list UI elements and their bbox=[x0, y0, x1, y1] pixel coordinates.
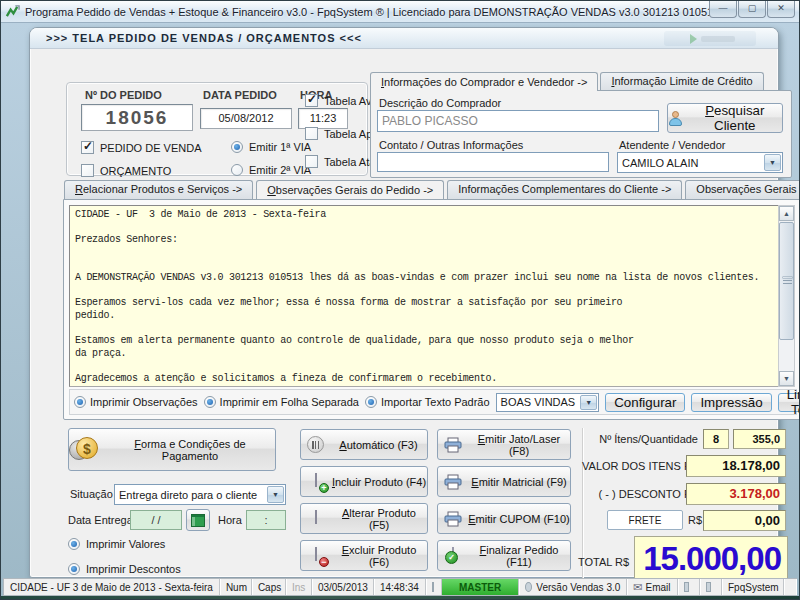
desconto-label: ( - ) DESCONTO R$ bbox=[570, 488, 698, 500]
salesperson-combobox[interactable]: CAMILO ALAIN ▼ bbox=[617, 152, 783, 173]
checkbox-orcamento[interactable]: ORÇAMENTO bbox=[81, 164, 171, 177]
delivery-date-field[interactable]: / / bbox=[130, 510, 182, 530]
minimize-button[interactable]: — bbox=[709, 1, 737, 18]
status-city-date: CIDADE - UF 3 de Maio de 2013 - Sexta-fe… bbox=[4, 579, 220, 595]
checkbox-icon bbox=[305, 155, 318, 168]
chevron-down-icon: ▼ bbox=[267, 486, 284, 503]
app-icon bbox=[5, 4, 20, 19]
emitir-matricial-button[interactable]: Emitir Matricial (F9) bbox=[437, 466, 571, 497]
network-mini-icon bbox=[706, 582, 711, 592]
contact-field[interactable] bbox=[377, 152, 609, 172]
calendar-icon bbox=[191, 514, 205, 527]
radio-icon bbox=[68, 538, 80, 550]
scroll-down-button[interactable]: ▼ bbox=[779, 371, 794, 386]
radio-icon bbox=[231, 164, 243, 176]
scroll-up-button[interactable]: ▲ bbox=[779, 206, 794, 221]
tab-observacoes-pedido[interactable]: Observações Gerais do Pedido -> bbox=[256, 180, 444, 199]
radio-icon bbox=[74, 396, 86, 408]
printer-mini-icon bbox=[684, 582, 689, 592]
delivery-hour-field[interactable]: : bbox=[246, 510, 286, 530]
order-date-field[interactable]: 05/08/2012 bbox=[200, 108, 292, 129]
limpar-texto-button[interactable]: Limpar Texto bbox=[778, 393, 800, 412]
frete-button[interactable]: FRETE bbox=[607, 510, 683, 530]
chevron-down-icon: ▼ bbox=[764, 154, 781, 171]
tab-relacionar-produtos[interactable]: Relacionar Produtos e Serviços -> bbox=[64, 180, 253, 199]
radio-imprimir-observacoes[interactable]: Imprimir Observações bbox=[74, 396, 198, 408]
tab-informacoes-complementares[interactable]: Informações Complementares do Cliente -> bbox=[447, 180, 682, 199]
radio-imprimir-folha-separada[interactable]: Imprimir em Folha Separada bbox=[204, 396, 359, 408]
vertical-scrollbar[interactable]: ▲ ▼ bbox=[778, 205, 795, 387]
situacao-combobox[interactable]: Entrega direto para o cliente ▼ bbox=[114, 484, 286, 505]
order-number-field[interactable]: 18056 bbox=[81, 104, 193, 131]
radio-importar-texto-padrao[interactable]: Importar Texto Padrão bbox=[365, 396, 490, 408]
frete-field: 0,00 bbox=[703, 510, 786, 531]
order-hour-field[interactable]: 11:23 bbox=[298, 108, 348, 129]
maximize-button[interactable]: ▢ bbox=[738, 1, 766, 18]
delivery-date-label: Data Entrega bbox=[68, 514, 133, 526]
chevron-down-icon: ▼ bbox=[580, 395, 597, 410]
calendar-button[interactable] bbox=[186, 509, 210, 531]
printer-icon bbox=[444, 437, 462, 453]
status-version: Versão Vendas 3.0 bbox=[519, 579, 627, 595]
desconto-field: 3.178,00 bbox=[686, 483, 786, 505]
status-master-badge: MASTER bbox=[442, 579, 520, 595]
emitir-cupom-button[interactable]: Emitir CUPOM (F10) bbox=[437, 503, 571, 534]
window-title: Programa Pedido de Vendas + Estoque & Fi… bbox=[25, 6, 719, 18]
tab-informacoes-comprador[interactable]: Informações do Comprador e Vendedor -> bbox=[370, 72, 598, 91]
radio-emitir-2-via[interactable]: Emitir 2ª VIA bbox=[231, 164, 311, 176]
close-button[interactable]: ✕ bbox=[767, 1, 795, 18]
buyer-description-label: Descrição do Comprador bbox=[379, 97, 501, 109]
observations-textarea[interactable]: CIDADE - UF 3 de Maio de 2013 - Sexta-fe… bbox=[69, 205, 779, 387]
itens-quantidade-label: Nº Ítens/Quantidade bbox=[570, 433, 698, 445]
itens-count-field: 8 bbox=[703, 429, 729, 449]
payment-conditions-button[interactable]: $ Forma e Condições de Pagamento bbox=[68, 428, 276, 471]
incluir-produto-button[interactable]: + Incluir Produto (F4) bbox=[300, 466, 428, 497]
finalize-document-icon bbox=[444, 548, 462, 564]
page-title: >>> TELA PEDIDO DE VENDAS / ORÇAMENTOS <… bbox=[46, 32, 362, 44]
status-date: 03/05/2013 bbox=[312, 579, 374, 595]
status-ins: Ins bbox=[286, 579, 312, 595]
valor-itens-label: VALOR DOS ITENS R$ bbox=[560, 460, 698, 472]
configurar-button[interactable]: Configurar bbox=[605, 393, 685, 412]
search-client-button[interactable]: Pesquisar Cliente bbox=[667, 103, 783, 133]
impressao-button[interactable]: Impressão bbox=[691, 393, 771, 412]
quantidade-field: 355,0 bbox=[733, 429, 786, 449]
title-bar: Programa Pedido de Vendas + Estoque & Fi… bbox=[1, 1, 800, 23]
order-number-label: Nº DO PEDIDO bbox=[85, 89, 162, 101]
status-email[interactable]: ✉ Email bbox=[627, 579, 678, 595]
radio-imprimir-valores[interactable]: Imprimir Valores bbox=[68, 538, 165, 550]
version-icon bbox=[525, 582, 532, 592]
emitir-jato-laser-button[interactable]: Emitir Jato/Laser (F8) bbox=[437, 429, 571, 460]
buyer-description-field[interactable]: PABLO PICASSO bbox=[377, 110, 659, 132]
app-window: Programa Pedido de Vendas + Estoque & Fi… bbox=[0, 0, 800, 600]
printer-icon bbox=[444, 511, 462, 527]
checkbox-icon bbox=[305, 127, 318, 140]
main-panel: >>> TELA PEDIDO DE VENDAS / ORÇAMENTOS <… bbox=[29, 27, 779, 578]
buyer-panel: Descrição do Comprador PABLO PICASSO Pes… bbox=[370, 90, 792, 178]
texto-padrao-combobox[interactable]: BOAS VINDAS ▼ bbox=[496, 393, 600, 412]
tab-observacoes-cliente[interactable]: Observações Gerais do Cliente ( Informaç… bbox=[685, 180, 800, 199]
status-icon-segment bbox=[700, 579, 722, 595]
tab-limite-credito[interactable]: Informação Limite de Crédito bbox=[600, 72, 763, 91]
status-icon-segment bbox=[426, 579, 442, 595]
salesperson-label: Atendente / Vendedor bbox=[619, 139, 725, 151]
status-caps: Caps bbox=[252, 579, 286, 595]
total-label: TOTAL R$ bbox=[578, 556, 630, 568]
radio-imprimir-descontos[interactable]: Imprimir Descontos bbox=[68, 563, 181, 575]
radio-emitir-1-via[interactable]: Emitir 1ª VIA bbox=[231, 141, 311, 153]
total-field: 15.000,00 bbox=[634, 536, 788, 582]
contact-label: Contato / Outras Informações bbox=[379, 139, 523, 151]
finalizar-pedido-button[interactable]: Finalizar Pedido (F11) bbox=[437, 540, 571, 571]
status-bar: CIDADE - UF 3 de Maio de 2013 - Sexta-fe… bbox=[3, 578, 797, 596]
delete-product-icon: − bbox=[307, 548, 325, 564]
checkbox-icon bbox=[81, 164, 94, 177]
checkbox-pedido-de-venda[interactable]: PEDIDO DE VENDA bbox=[81, 141, 201, 154]
situacao-label: Situação bbox=[70, 488, 113, 500]
envelope-icon: ✉ bbox=[633, 581, 642, 594]
automatico-button[interactable]: Automático (F3) bbox=[300, 429, 428, 460]
valor-itens-field: 18.178,00 bbox=[686, 455, 786, 477]
scrollbar-thumb[interactable] bbox=[779, 222, 794, 340]
excluir-produto-button[interactable]: − Excluir Produto (F6) bbox=[300, 540, 428, 571]
barcode-icon bbox=[307, 436, 324, 453]
alterar-produto-button[interactable]: Alterar Produto (F5) bbox=[300, 503, 428, 534]
